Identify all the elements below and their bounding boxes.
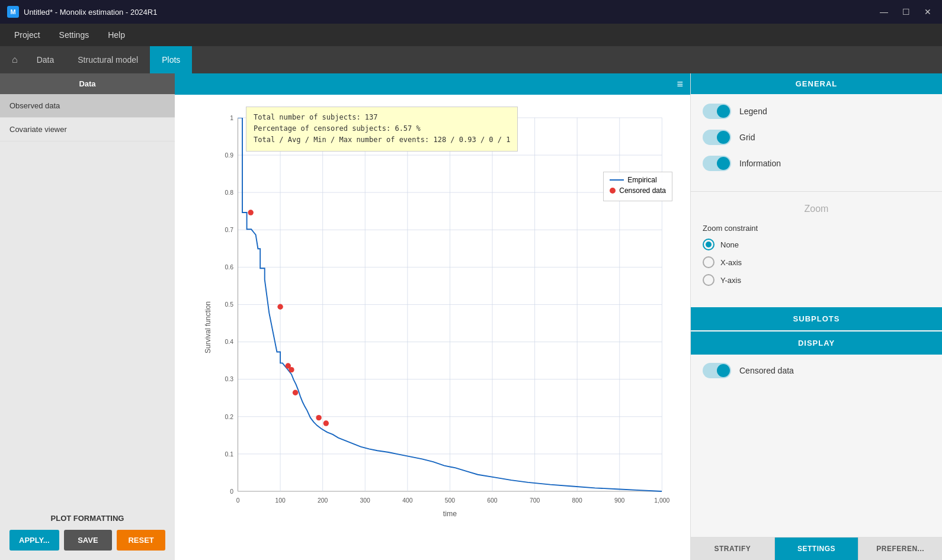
tab-plots[interactable]: Plots — [150, 46, 192, 73]
legend-censored-label: Censored data — [619, 186, 666, 195]
menubar: Project Settings Help — [0, 24, 942, 46]
chart-toolbar: ≡ — [175, 73, 690, 95]
svg-text:1: 1 — [230, 115, 233, 121]
sidebar-item-observed-data[interactable]: Observed data — [0, 94, 175, 118]
svg-text:900: 900 — [614, 497, 625, 504]
chart-area: ≡ Total number of subjects: 137 Percenta… — [175, 73, 690, 560]
minimize-button[interactable]: — — [876, 6, 892, 18]
legend-empirical: Empirical — [610, 176, 666, 184]
display-section: Censored data — [691, 355, 942, 398]
sidebar-item-covariate-viewer[interactable]: Covariate viewer — [0, 118, 175, 141]
zoom-yaxis-radio[interactable] — [703, 274, 714, 286]
legend-toggle-thumb — [717, 105, 730, 118]
svg-text:300: 300 — [360, 497, 371, 504]
navtabs: ⌂ Data Structural model Plots — [0, 46, 942, 73]
tooltip-line2: Percentage of censored subjects: 6.57 % — [254, 123, 510, 134]
legend-censored-dot — [610, 188, 616, 194]
main-layout: Data Observed data Covariate viewer PLOT… — [0, 73, 942, 560]
apply-button[interactable]: APPLY... — [9, 530, 59, 551]
zoom-xaxis-row[interactable]: X-axis — [703, 256, 930, 268]
zoom-none-row[interactable]: None — [703, 239, 930, 250]
svg-text:0.1: 0.1 — [225, 451, 234, 458]
save-button[interactable]: SAVE — [64, 530, 113, 551]
titlebar-left: M Untitled* - Monolix estimation - 2024R… — [7, 6, 157, 18]
home-button[interactable]: ⌂ — [5, 50, 25, 70]
zoom-xaxis-radio[interactable] — [703, 256, 714, 268]
zoom-none-radio[interactable] — [703, 239, 714, 250]
svg-text:0.2: 0.2 — [225, 414, 234, 420]
information-toggle[interactable] — [703, 156, 731, 171]
grid-toggle-thumb — [717, 131, 730, 144]
tab-structural-model[interactable]: Structural model — [66, 46, 150, 73]
grid-toggle[interactable] — [703, 130, 731, 145]
legend-toggle-row: Legend — [703, 104, 930, 119]
svg-text:400: 400 — [402, 497, 413, 504]
sidebar-bottom: PLOT FORMATTING APPLY... SAVE RESET — [0, 504, 175, 560]
chart-svg: 1 0.9 0.8 0.7 0.6 0.5 0.4 0.3 0.2 0.1 0 — [204, 101, 684, 536]
information-toggle-thumb — [717, 157, 730, 170]
sidebar: Data Observed data Covariate viewer PLOT… — [0, 73, 175, 560]
menu-project[interactable]: Project — [5, 27, 50, 43]
toggles-section: Legend Grid Information — [691, 94, 942, 191]
tab-data[interactable]: Data — [25, 46, 66, 73]
censored-point-7 — [323, 420, 329, 426]
sidebar-header: Data — [0, 73, 175, 94]
svg-text:100: 100 — [275, 497, 286, 504]
svg-text:1,000: 1,000 — [654, 497, 669, 504]
censored-data-toggle-thumb — [717, 364, 730, 377]
svg-text:0.5: 0.5 — [225, 301, 234, 308]
legend-empirical-line — [610, 179, 624, 181]
titlebar: M Untitled* - Monolix estimation - 2024R… — [0, 0, 942, 24]
legend-toggle[interactable] — [703, 104, 731, 119]
zoom-section: Zoom Zoom constraint None X-axis Y-axis — [691, 191, 942, 301]
menu-help[interactable]: Help — [98, 27, 134, 43]
reset-button[interactable]: RESET — [117, 530, 165, 551]
svg-text:600: 600 — [487, 497, 498, 504]
grid-toggle-row: Grid — [703, 130, 930, 145]
censored-data-toggle-row: Censored data — [703, 363, 930, 378]
display-button[interactable]: DISPLAY — [691, 332, 942, 355]
zoom-none-label: None — [720, 240, 739, 249]
svg-text:0.8: 0.8 — [225, 189, 234, 196]
general-header: GENERAL — [691, 73, 942, 94]
close-button[interactable]: ✕ — [921, 6, 935, 18]
menu-settings[interactable]: Settings — [50, 27, 99, 43]
tab-settings[interactable]: SETTINGS — [775, 538, 859, 560]
censored-data-toggle-label: Censored data — [739, 366, 794, 375]
zoom-none-radio-inner — [706, 242, 712, 247]
bottom-tabs: STRATIFY SETTINGS PREFEREN... — [691, 537, 942, 560]
tab-stratify[interactable]: STRATIFY — [691, 538, 775, 560]
svg-text:0: 0 — [236, 497, 240, 504]
legend-toggle-label: Legend — [739, 107, 767, 116]
right-panel: GENERAL Legend Grid — [690, 73, 942, 560]
svg-text:0.9: 0.9 — [225, 152, 234, 159]
grid-toggle-label: Grid — [739, 133, 755, 142]
censored-point-2 — [277, 304, 283, 310]
zoom-title: Zoom — [703, 204, 930, 214]
tab-preferences[interactable]: PREFEREN... — [858, 538, 942, 560]
zoom-yaxis-row[interactable]: Y-axis — [703, 274, 930, 286]
zoom-constraint-label: Zoom constraint — [703, 224, 930, 233]
censored-point-5 — [293, 390, 298, 395]
chart-legend: Empirical Censored data — [603, 172, 672, 201]
censored-point-4 — [289, 367, 294, 372]
tooltip-line3: Total / Avg / Min / Max number of events… — [254, 134, 510, 146]
legend-empirical-label: Empirical — [627, 176, 656, 184]
svg-text:time: time — [443, 510, 457, 518]
censored-data-toggle[interactable] — [703, 363, 731, 378]
information-toggle-label: Information — [739, 159, 781, 168]
zoom-yaxis-label: Y-axis — [720, 276, 741, 285]
svg-text:500: 500 — [445, 497, 456, 504]
svg-text:0.7: 0.7 — [225, 227, 234, 233]
censored-point-1 — [248, 210, 253, 215]
svg-text:0.3: 0.3 — [225, 376, 234, 382]
chart-tooltip: Total number of subjects: 137 Percentage… — [246, 107, 518, 152]
maximize-button[interactable]: ☐ — [899, 6, 914, 18]
titlebar-controls: — ☐ ✕ — [876, 6, 935, 18]
subplots-button[interactable]: SUBPLOTS — [691, 307, 942, 330]
sidebar-buttons: APPLY... SAVE RESET — [9, 530, 165, 551]
information-toggle-row: Information — [703, 156, 930, 171]
svg-text:0.4: 0.4 — [225, 339, 234, 345]
chart-menu-button[interactable]: ≡ — [677, 78, 683, 91]
chart-container[interactable]: Total number of subjects: 137 Percentage… — [175, 95, 690, 560]
